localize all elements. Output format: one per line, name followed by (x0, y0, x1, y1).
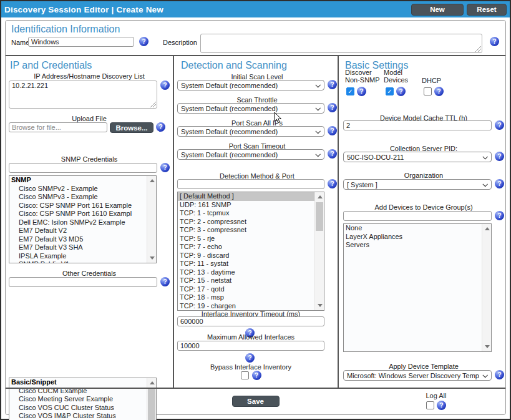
detection-method-help-icon[interactable]: ? (328, 179, 337, 188)
list-item[interactable]: Cisco SNMPv3 - Example (9, 193, 147, 202)
collection-server-pid-help-icon[interactable]: ? (495, 152, 504, 161)
name-input[interactable] (28, 37, 134, 47)
bypass-interface-checkbox[interactable] (241, 371, 249, 379)
scroll-down-icon[interactable] (318, 304, 323, 307)
port-scan-timeout-select[interactable]: System Default (recommended) (177, 149, 324, 160)
list-item[interactable]: Dell EMC: Isilon SNMPv2 Example (9, 218, 147, 227)
ttl-help-icon[interactable]: ? (495, 120, 504, 130)
list-item[interactable]: IPSLA Example (9, 252, 147, 261)
name-help-icon[interactable]: ? (139, 37, 148, 46)
description-help-icon[interactable]: ? (490, 37, 499, 46)
save-button[interactable]: Save (232, 396, 280, 407)
list-item[interactable]: TCP: 19 - chargen (178, 302, 314, 311)
resize-grip-icon[interactable] (150, 102, 156, 107)
log-all-help-icon[interactable]: ? (437, 401, 446, 410)
apply-device-template-select[interactable]: Microsoft: Windows Server Discovery Temp (343, 370, 492, 381)
new-button[interactable]: New (411, 4, 464, 16)
list-item[interactable]: EM7 Default V3 SHA (9, 243, 147, 252)
list-item[interactable]: TCP: 17 - qotd (178, 285, 314, 294)
form-body: Identification Information Name ? Descri… (5, 20, 506, 415)
description-textarea[interactable] (200, 34, 482, 53)
device-groups-filter-input[interactable] (343, 211, 492, 221)
discover-non-snmp-help-icon[interactable]: ? (357, 87, 366, 96)
list-item[interactable]: TCP: 15 - netstat (178, 276, 314, 285)
list-item[interactable]: TCP: 9 - discard (178, 252, 314, 260)
identification-section: Identification Information Name ? Descri… (6, 21, 505, 56)
detection-method-list: [ Default Method ] UDP: 161 SNMP TCP: 1 … (177, 192, 324, 311)
initial-scan-help-icon[interactable]: ? (328, 80, 337, 89)
log-all-checkbox[interactable] (426, 401, 434, 409)
collection-server-pid-select[interactable]: 50C-ISO-DCU-211 (343, 152, 492, 162)
scrollbar[interactable] (147, 176, 156, 263)
model-devices-help-icon[interactable]: ? (396, 87, 406, 96)
upload-help-icon[interactable]: ? (156, 122, 165, 132)
list-item[interactable]: TCP: 13 - daytime (178, 268, 314, 277)
scroll-up-icon[interactable] (150, 179, 155, 182)
list-item[interactable]: TCP: 1 - tcpmux (178, 209, 314, 218)
scrollbar-thumb[interactable] (316, 202, 323, 231)
organization-label: Organization (343, 172, 504, 179)
device-groups-help-icon[interactable]: ? (495, 211, 504, 220)
list-item[interactable]: Cisco SNMPv2 - Example (9, 185, 147, 193)
ip-discovery-list-textarea[interactable]: 10.2.21.221 (9, 81, 157, 109)
initial-scan-level-select[interactable]: System Default (recommended) (177, 80, 324, 90)
scroll-up-icon[interactable] (485, 227, 490, 230)
interface-timeout-input[interactable] (177, 316, 324, 326)
organization-help-icon[interactable]: ? (495, 179, 504, 188)
dhcp-checkbox[interactable] (424, 87, 432, 95)
scrollbar[interactable] (314, 192, 324, 310)
basic-settings-column: Basic Settings DiscoverNon-SNMP ✓ ? Mode… (340, 56, 505, 388)
list-item[interactable]: TCP: 7 - echo (178, 243, 314, 252)
reset-button[interactable]: Reset (467, 4, 507, 16)
port-scan-timeout-help-icon[interactable]: ? (328, 149, 337, 159)
list-item[interactable]: Servers (344, 241, 482, 250)
list-item[interactable]: TCP: 18 - msp (178, 293, 314, 302)
scrollbar[interactable] (482, 224, 491, 351)
port-scan-all-help-icon[interactable]: ? (328, 126, 337, 135)
max-interfaces-help-icon[interactable]: ? (245, 353, 255, 363)
snmp-help-icon[interactable]: ? (160, 163, 170, 172)
scan-throttle-help-icon[interactable]: ? (328, 103, 337, 112)
list-item[interactable]: None (344, 224, 482, 233)
discover-non-snmp-checkbox[interactable]: ✓ (346, 87, 354, 95)
dhcp-help-icon[interactable]: ? (434, 87, 444, 96)
list-group-header[interactable]: Basic/Snippet (9, 378, 147, 387)
scroll-up-icon[interactable] (150, 381, 155, 384)
list-item[interactable]: Cisco: CSP SNMP Port 1610 Exampl (9, 210, 147, 218)
list-item[interactable]: TCP: 11 - systat (178, 260, 314, 268)
list-group-header[interactable]: SNMP (9, 176, 147, 185)
browse-button[interactable]: Browse... (110, 122, 153, 133)
scroll-down-icon[interactable] (485, 345, 490, 348)
port-scan-all-select[interactable]: System Default (recommended) (177, 126, 324, 137)
list-item[interactable]: LayerX Appliances (344, 233, 482, 242)
other-filter-input[interactable] (9, 277, 157, 287)
identification-section-title: Identification Information (11, 24, 120, 35)
scan-throttle-select[interactable]: System Default (recommended) (177, 103, 324, 114)
list-item[interactable]: TCP: 3 - compressnet (178, 226, 314, 235)
apply-device-template-help-icon[interactable]: ? (495, 370, 504, 379)
chevron-down-icon (482, 373, 487, 378)
chevron-down-icon (315, 129, 320, 134)
detection-method-filter-input[interactable] (177, 179, 324, 189)
upload-file-label: Upload File (9, 115, 170, 122)
scroll-down-icon[interactable] (150, 256, 155, 260)
list-item-selected[interactable]: [ Default Method ] (178, 192, 314, 201)
bypass-interface-help-icon[interactable]: ? (252, 371, 261, 380)
snmp-filter-input[interactable] (9, 163, 157, 173)
list-item[interactable]: EM7 Default V3 MD5 (9, 235, 147, 244)
list-item[interactable]: TCP: 5 - rje (178, 235, 314, 243)
max-interfaces-input[interactable] (177, 341, 324, 351)
scroll-up-icon[interactable] (318, 195, 323, 198)
resize-grip-icon[interactable] (475, 46, 481, 52)
other-help-icon[interactable]: ? (160, 277, 170, 286)
list-item[interactable]: EM7 Default V2 (9, 227, 147, 235)
list-item[interactable]: Cisco: CSP SNMP Port 161 Example (9, 202, 147, 210)
list-item[interactable]: TCP: 2 - compressnet (178, 218, 314, 227)
upload-file-input[interactable] (9, 122, 107, 132)
list-item-partial[interactable]: SNMP Public V1 (9, 260, 147, 263)
device-model-cache-ttl-input[interactable] (343, 120, 492, 130)
list-item[interactable]: UDP: 161 SNMP (178, 201, 314, 210)
ip-list-help-icon[interactable]: ? (160, 81, 170, 90)
model-devices-checkbox[interactable]: ✓ (386, 87, 394, 95)
organization-select[interactable]: [ System ] (343, 179, 492, 190)
